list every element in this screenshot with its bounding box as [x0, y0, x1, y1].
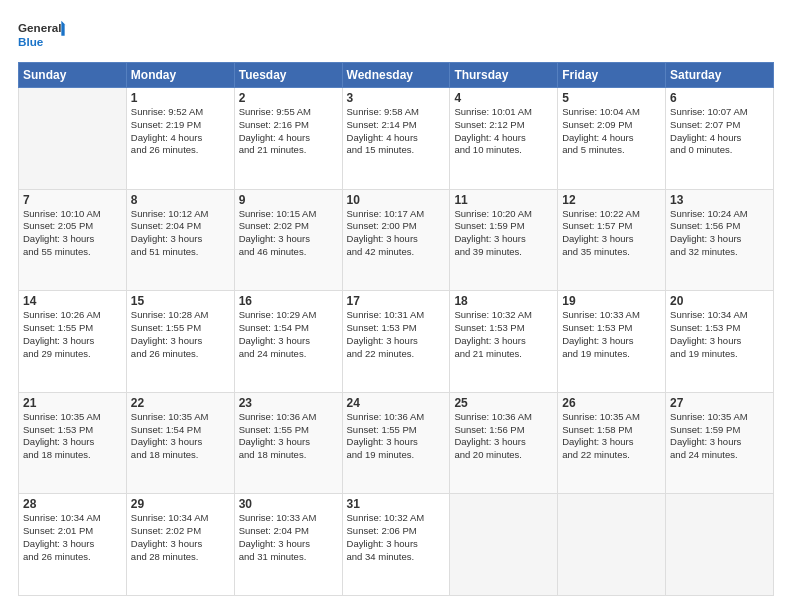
day-info: Sunrise: 10:35 AM Sunset: 1:53 PM Daylig… [23, 411, 122, 462]
day-number: 6 [670, 91, 769, 105]
day-number: 15 [131, 294, 230, 308]
logo-svg: General Blue [18, 16, 68, 54]
calendar-cell: 26Sunrise: 10:35 AM Sunset: 1:58 PM Dayl… [558, 392, 666, 494]
calendar-cell: 28Sunrise: 10:34 AM Sunset: 2:01 PM Dayl… [19, 494, 127, 596]
calendar-cell: 14Sunrise: 10:26 AM Sunset: 1:55 PM Dayl… [19, 291, 127, 393]
week-row-1: 7Sunrise: 10:10 AM Sunset: 2:05 PM Dayli… [19, 189, 774, 291]
calendar-cell: 30Sunrise: 10:33 AM Sunset: 2:04 PM Dayl… [234, 494, 342, 596]
day-number: 29 [131, 497, 230, 511]
calendar-cell: 29Sunrise: 10:34 AM Sunset: 2:02 PM Dayl… [126, 494, 234, 596]
day-number: 22 [131, 396, 230, 410]
calendar-cell: 24Sunrise: 10:36 AM Sunset: 1:55 PM Dayl… [342, 392, 450, 494]
day-number: 28 [23, 497, 122, 511]
week-row-0: 1Sunrise: 9:52 AM Sunset: 2:19 PM Daylig… [19, 88, 774, 190]
day-number: 12 [562, 193, 661, 207]
day-number: 4 [454, 91, 553, 105]
page: General Blue SundayMondayTuesdayWednesda… [0, 0, 792, 612]
day-info: Sunrise: 10:36 AM Sunset: 1:55 PM Daylig… [347, 411, 446, 462]
day-info: Sunrise: 10:34 AM Sunset: 2:02 PM Daylig… [131, 512, 230, 563]
day-number: 31 [347, 497, 446, 511]
svg-text:General: General [18, 22, 61, 35]
day-number: 26 [562, 396, 661, 410]
day-info: Sunrise: 10:35 AM Sunset: 1:54 PM Daylig… [131, 411, 230, 462]
week-row-3: 21Sunrise: 10:35 AM Sunset: 1:53 PM Dayl… [19, 392, 774, 494]
day-info: Sunrise: 10:36 AM Sunset: 1:55 PM Daylig… [239, 411, 338, 462]
day-number: 23 [239, 396, 338, 410]
calendar-cell: 3Sunrise: 9:58 AM Sunset: 2:14 PM Daylig… [342, 88, 450, 190]
day-number: 2 [239, 91, 338, 105]
day-number: 3 [347, 91, 446, 105]
day-info: Sunrise: 10:20 AM Sunset: 1:59 PM Daylig… [454, 208, 553, 259]
calendar-table: SundayMondayTuesdayWednesdayThursdayFrid… [18, 62, 774, 596]
day-info: Sunrise: 10:26 AM Sunset: 1:55 PM Daylig… [23, 309, 122, 360]
calendar-cell: 18Sunrise: 10:32 AM Sunset: 1:53 PM Dayl… [450, 291, 558, 393]
day-number: 9 [239, 193, 338, 207]
day-number: 17 [347, 294, 446, 308]
day-number: 20 [670, 294, 769, 308]
calendar-cell: 27Sunrise: 10:35 AM Sunset: 1:59 PM Dayl… [666, 392, 774, 494]
day-number: 16 [239, 294, 338, 308]
calendar-cell: 5Sunrise: 10:04 AM Sunset: 2:09 PM Dayli… [558, 88, 666, 190]
week-row-4: 28Sunrise: 10:34 AM Sunset: 2:01 PM Dayl… [19, 494, 774, 596]
calendar-cell: 1Sunrise: 9:52 AM Sunset: 2:19 PM Daylig… [126, 88, 234, 190]
calendar-cell: 16Sunrise: 10:29 AM Sunset: 1:54 PM Dayl… [234, 291, 342, 393]
day-info: Sunrise: 10:10 AM Sunset: 2:05 PM Daylig… [23, 208, 122, 259]
calendar-cell [450, 494, 558, 596]
calendar-cell: 11Sunrise: 10:20 AM Sunset: 1:59 PM Dayl… [450, 189, 558, 291]
day-info: Sunrise: 10:28 AM Sunset: 1:55 PM Daylig… [131, 309, 230, 360]
weekday-header-monday: Monday [126, 63, 234, 88]
calendar-cell: 12Sunrise: 10:22 AM Sunset: 1:57 PM Dayl… [558, 189, 666, 291]
week-row-2: 14Sunrise: 10:26 AM Sunset: 1:55 PM Dayl… [19, 291, 774, 393]
day-info: Sunrise: 10:24 AM Sunset: 1:56 PM Daylig… [670, 208, 769, 259]
weekday-header-thursday: Thursday [450, 63, 558, 88]
day-number: 25 [454, 396, 553, 410]
day-info: Sunrise: 10:01 AM Sunset: 2:12 PM Daylig… [454, 106, 553, 157]
day-number: 19 [562, 294, 661, 308]
calendar-cell: 7Sunrise: 10:10 AM Sunset: 2:05 PM Dayli… [19, 189, 127, 291]
day-info: Sunrise: 10:22 AM Sunset: 1:57 PM Daylig… [562, 208, 661, 259]
day-info: Sunrise: 10:31 AM Sunset: 1:53 PM Daylig… [347, 309, 446, 360]
day-number: 27 [670, 396, 769, 410]
calendar-cell: 17Sunrise: 10:31 AM Sunset: 1:53 PM Dayl… [342, 291, 450, 393]
day-info: Sunrise: 9:55 AM Sunset: 2:16 PM Dayligh… [239, 106, 338, 157]
calendar-cell: 10Sunrise: 10:17 AM Sunset: 2:00 PM Dayl… [342, 189, 450, 291]
day-info: Sunrise: 10:12 AM Sunset: 2:04 PM Daylig… [131, 208, 230, 259]
day-info: Sunrise: 10:34 AM Sunset: 1:53 PM Daylig… [670, 309, 769, 360]
day-info: Sunrise: 10:17 AM Sunset: 2:00 PM Daylig… [347, 208, 446, 259]
calendar-cell: 23Sunrise: 10:36 AM Sunset: 1:55 PM Dayl… [234, 392, 342, 494]
day-info: Sunrise: 10:35 AM Sunset: 1:59 PM Daylig… [670, 411, 769, 462]
day-info: Sunrise: 10:34 AM Sunset: 2:01 PM Daylig… [23, 512, 122, 563]
day-info: Sunrise: 10:07 AM Sunset: 2:07 PM Daylig… [670, 106, 769, 157]
day-info: Sunrise: 10:15 AM Sunset: 2:02 PM Daylig… [239, 208, 338, 259]
day-number: 14 [23, 294, 122, 308]
calendar-cell: 8Sunrise: 10:12 AM Sunset: 2:04 PM Dayli… [126, 189, 234, 291]
weekday-header-wednesday: Wednesday [342, 63, 450, 88]
day-info: Sunrise: 10:29 AM Sunset: 1:54 PM Daylig… [239, 309, 338, 360]
svg-text:Blue: Blue [18, 35, 44, 48]
day-info: Sunrise: 10:04 AM Sunset: 2:09 PM Daylig… [562, 106, 661, 157]
day-info: Sunrise: 10:36 AM Sunset: 1:56 PM Daylig… [454, 411, 553, 462]
calendar-cell: 9Sunrise: 10:15 AM Sunset: 2:02 PM Dayli… [234, 189, 342, 291]
day-info: Sunrise: 10:32 AM Sunset: 2:06 PM Daylig… [347, 512, 446, 563]
day-info: Sunrise: 10:35 AM Sunset: 1:58 PM Daylig… [562, 411, 661, 462]
calendar-cell: 22Sunrise: 10:35 AM Sunset: 1:54 PM Dayl… [126, 392, 234, 494]
header: General Blue [18, 16, 774, 54]
day-info: Sunrise: 9:58 AM Sunset: 2:14 PM Dayligh… [347, 106, 446, 157]
calendar-cell: 19Sunrise: 10:33 AM Sunset: 1:53 PM Dayl… [558, 291, 666, 393]
calendar-cell: 21Sunrise: 10:35 AM Sunset: 1:53 PM Dayl… [19, 392, 127, 494]
day-info: Sunrise: 9:52 AM Sunset: 2:19 PM Dayligh… [131, 106, 230, 157]
day-number: 11 [454, 193, 553, 207]
logo: General Blue [18, 16, 68, 54]
calendar-cell: 20Sunrise: 10:34 AM Sunset: 1:53 PM Dayl… [666, 291, 774, 393]
day-number: 10 [347, 193, 446, 207]
calendar-cell: 4Sunrise: 10:01 AM Sunset: 2:12 PM Dayli… [450, 88, 558, 190]
day-info: Sunrise: 10:33 AM Sunset: 1:53 PM Daylig… [562, 309, 661, 360]
calendar-cell [558, 494, 666, 596]
calendar-cell: 6Sunrise: 10:07 AM Sunset: 2:07 PM Dayli… [666, 88, 774, 190]
day-number: 5 [562, 91, 661, 105]
calendar-cell: 25Sunrise: 10:36 AM Sunset: 1:56 PM Dayl… [450, 392, 558, 494]
weekday-header-row: SundayMondayTuesdayWednesdayThursdayFrid… [19, 63, 774, 88]
day-info: Sunrise: 10:32 AM Sunset: 1:53 PM Daylig… [454, 309, 553, 360]
calendar-cell [666, 494, 774, 596]
day-number: 7 [23, 193, 122, 207]
